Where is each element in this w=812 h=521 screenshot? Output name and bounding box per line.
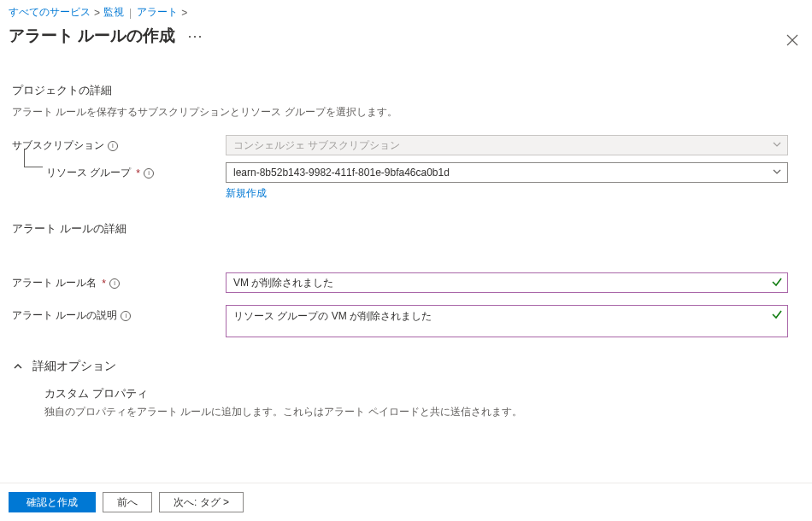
advanced-heading: 詳細オプション [32, 359, 116, 374]
breadcrumb-separator-2: > [181, 7, 187, 19]
chevron-up-icon [12, 360, 24, 372]
close-button[interactable] [786, 34, 798, 46]
close-icon [786, 34, 798, 46]
create-new-link[interactable]: 新規作成 [226, 186, 267, 201]
info-icon[interactable]: i [144, 168, 154, 179]
project-heading: プロジェクトの詳細 [12, 83, 800, 98]
subscription-label: サブスクリプション i [12, 135, 226, 153]
chevron-down-icon [772, 167, 782, 177]
footer: 確認と作成 前へ 次へ: タグ > [0, 483, 812, 521]
breadcrumb-monitor[interactable]: 監視 [103, 5, 124, 20]
next-button[interactable]: 次へ: タグ > [159, 492, 244, 512]
chevron-down-icon [772, 139, 782, 149]
breadcrumb-pipe: | [129, 7, 132, 19]
prev-button[interactable]: 前へ [103, 492, 152, 512]
resource-group-select[interactable]: learn-8b52b143-9982-411f-801e-9bfa46ca0b… [226, 162, 788, 183]
rule-desc-label: アラート ルールの説明 i [12, 305, 226, 323]
breadcrumb-separator: > [94, 7, 100, 19]
required-mark: * [136, 167, 140, 179]
breadcrumb-alerts[interactable]: アラート [137, 5, 178, 20]
advanced-options-toggle[interactable]: 詳細オプション [12, 359, 800, 374]
rule-heading: アラート ルールの詳細 [12, 221, 800, 237]
review-create-button[interactable]: 確認と作成 [9, 492, 96, 512]
more-actions-button[interactable]: ⋯ [187, 28, 203, 44]
rule-name-label: アラート ルール名 * i [12, 272, 226, 290]
subscription-select: コンシェルジェ サブスクリプション [226, 135, 788, 155]
required-mark: * [102, 278, 106, 290]
resource-group-label: リソース グループ * i [12, 162, 226, 180]
breadcrumb: すべてのサービス > 監視 | アラート > [0, 0, 812, 21]
breadcrumb-services[interactable]: すべてのサービス [9, 5, 91, 20]
info-icon[interactable]: i [121, 311, 131, 321]
custom-properties-title: カスタム プロパティ [44, 386, 800, 401]
tree-connector [24, 149, 43, 167]
page-title: アラート ルールの作成 [9, 25, 175, 47]
info-icon[interactable]: i [108, 141, 118, 151]
custom-properties-desc: 独自のプロパティをアラート ルールに追加します。これらはアラート ペイロードと共… [44, 405, 800, 419]
rule-desc-input[interactable]: リソース グループの VM が削除されました [226, 305, 788, 337]
info-icon[interactable]: i [109, 278, 120, 289]
project-description: アラート ルールを保存するサブスクリプションとリソース グループを選択します。 [12, 105, 800, 120]
rule-name-input[interactable] [226, 272, 788, 293]
